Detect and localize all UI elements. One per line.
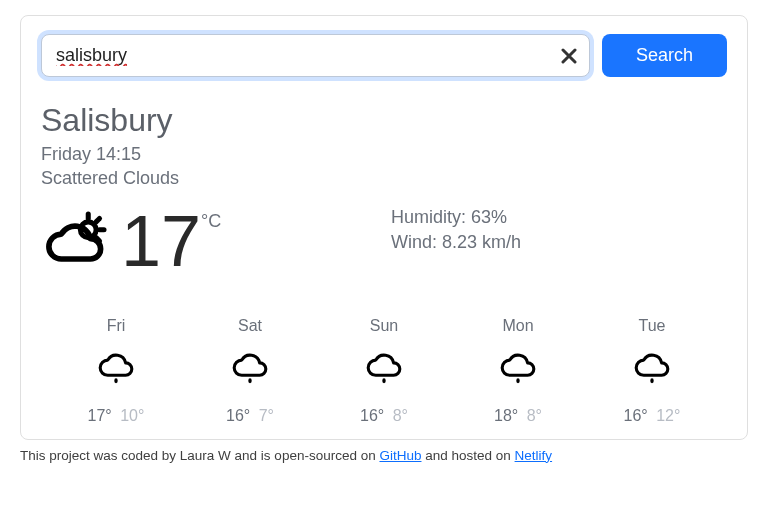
search-input[interactable]	[42, 35, 549, 76]
forecast-row: Fri 17° 10° Sat 16° 7°	[41, 317, 727, 425]
forecast-hi: 18°	[494, 407, 518, 424]
svg-line-3	[96, 218, 99, 221]
rain-cloud-icon	[451, 345, 585, 389]
clear-icon[interactable]	[549, 48, 589, 64]
svg-point-5	[114, 378, 117, 383]
rain-cloud-icon	[585, 345, 719, 389]
forecast-temps: 16° 8°	[317, 407, 451, 425]
forecast-lo: 8°	[393, 407, 408, 424]
forecast-temps: 16° 12°	[585, 407, 719, 425]
current-temp: 17	[121, 205, 201, 277]
svg-point-6	[248, 378, 251, 383]
forecast-col: Tue 16° 12°	[585, 317, 719, 425]
forecast-hi: 17°	[88, 407, 112, 424]
location-header: Salisbury Friday 14:15 Scattered Clouds	[41, 99, 727, 191]
forecast-lo: 10°	[120, 407, 144, 424]
forecast-col: Sat 16° 7°	[183, 317, 317, 425]
forecast-lo: 12°	[656, 407, 680, 424]
current-weather-row: 17 °C Humidity: 63% Wind: 8.23 km/h	[41, 205, 727, 277]
city-name: Salisbury	[41, 99, 727, 142]
forecast-day: Tue	[585, 317, 719, 335]
rain-cloud-icon	[49, 345, 183, 389]
conditions-text: Scattered Clouds	[41, 166, 727, 190]
forecast-lo: 8°	[527, 407, 542, 424]
forecast-day: Fri	[49, 317, 183, 335]
github-link[interactable]: GitHub	[379, 448, 421, 463]
forecast-day: Sat	[183, 317, 317, 335]
forecast-temps: 17° 10°	[49, 407, 183, 425]
datetime-text: Friday 14:15	[41, 142, 727, 166]
forecast-hi: 16°	[624, 407, 648, 424]
search-button[interactable]: Search	[602, 34, 727, 77]
svg-point-9	[650, 378, 653, 383]
footer-part1: This project was coded by Laura W and is…	[20, 448, 379, 463]
forecast-temps: 18° 8°	[451, 407, 585, 425]
rain-cloud-icon	[183, 345, 317, 389]
forecast-lo: 7°	[259, 407, 274, 424]
rain-cloud-icon	[317, 345, 451, 389]
forecast-col: Sun 16° 8°	[317, 317, 451, 425]
forecast-col: Fri 17° 10°	[49, 317, 183, 425]
weather-card: Search Salisbury Friday 14:15 Scattered …	[20, 15, 748, 440]
svg-point-7	[382, 378, 385, 383]
search-row: Search	[41, 34, 727, 77]
footer-part2: and hosted on	[421, 448, 514, 463]
svg-point-8	[516, 378, 519, 383]
partly-cloudy-icon	[41, 205, 113, 277]
forecast-col: Mon 18° 8°	[451, 317, 585, 425]
current-details: Humidity: 63% Wind: 8.23 km/h	[391, 205, 521, 277]
temp-unit: °C	[201, 211, 221, 232]
forecast-day: Sun	[317, 317, 451, 335]
search-input-wrap	[41, 34, 590, 77]
footer-text: This project was coded by Laura W and is…	[20, 448, 748, 463]
current-left: 17 °C	[41, 205, 391, 277]
wind-text: Wind: 8.23 km/h	[391, 230, 521, 255]
netlify-link[interactable]: Netlify	[515, 448, 553, 463]
forecast-day: Mon	[451, 317, 585, 335]
forecast-hi: 16°	[360, 407, 384, 424]
humidity-text: Humidity: 63%	[391, 205, 521, 230]
forecast-temps: 16° 7°	[183, 407, 317, 425]
forecast-hi: 16°	[226, 407, 250, 424]
